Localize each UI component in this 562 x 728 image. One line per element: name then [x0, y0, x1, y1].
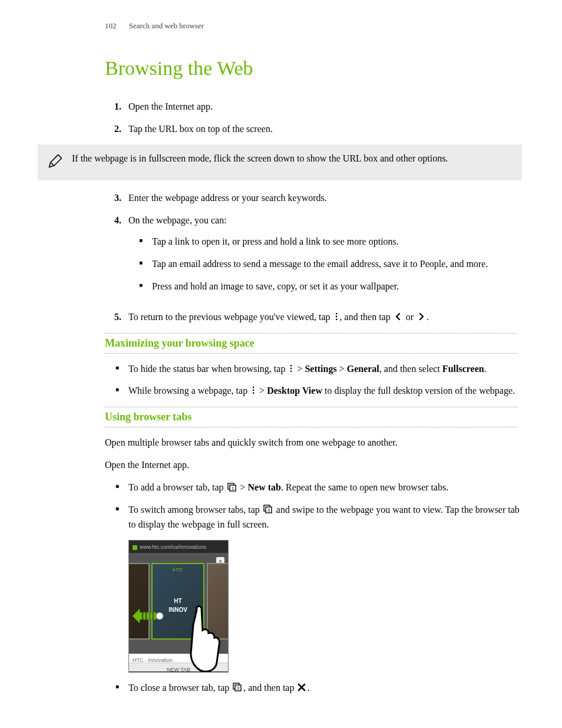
tabs-icon: 3 [233, 681, 242, 696]
svg-rect-5 [290, 371, 292, 372]
page-number: 102 [105, 21, 117, 30]
svg-rect-18 [154, 612, 156, 620]
chevron-left-icon [394, 311, 402, 325]
phone-tab-caption: HTC - Innovation [129, 654, 228, 663]
list-item: To switch among browser tabs, tap 3 and … [105, 503, 521, 532]
svg-rect-3 [290, 365, 292, 366]
brand-logo: hTC [153, 566, 203, 574]
list-item: To hide the status bar when browsing, ta… [105, 362, 521, 377]
tabs-list-2: To close a browser tab, tap 3, and then … [105, 681, 521, 696]
phone-tab-card-active: hTC HTINNOV [151, 563, 204, 640]
chevron-right-icon [417, 311, 425, 325]
bold-fullscreen: Fullscreen [442, 364, 484, 374]
steps-list-continued: 3. Enter the webpage address or your sea… [105, 191, 521, 325]
svg-text:3: 3 [237, 686, 240, 691]
step-2: 2. Tap the URL box on top of the screen. [105, 122, 521, 136]
divider [105, 427, 517, 427]
step-4: 4. On the webpage, you can: Tap a link t… [105, 213, 521, 302]
divider [105, 407, 517, 407]
paragraph: Open the Internet app. [105, 458, 521, 472]
step-text: Open the Internet app. [128, 100, 521, 114]
divider [105, 333, 517, 334]
divider [105, 353, 517, 354]
step-body: To return to the previous webpage you've… [128, 310, 521, 325]
tabs-list: To add a browser tab, tap 1 > New tab. R… [105, 480, 521, 532]
note-text: If the webpage is in fullscreen mode, fl… [72, 151, 513, 166]
paragraph: Open multiple browser tabs and quickly s… [105, 436, 521, 450]
svg-rect-7 [253, 390, 254, 391]
svg-rect-17 [150, 612, 153, 620]
step-number: 4. [105, 213, 128, 228]
phone-screenshot: www.htc.com/us/innovations × hTC HTINNOV [128, 540, 229, 673]
overflow-menu-icon [334, 311, 339, 325]
maximizing-list: To hide the status bar when browsing, ta… [105, 362, 521, 399]
list-item: To close a browser tab, tap 3, and then … [105, 681, 521, 696]
step-number: 2. [105, 122, 128, 136]
step-text: Enter the webpage address or your search… [128, 191, 521, 205]
site-icon [133, 545, 137, 550]
svg-rect-4 [290, 368, 292, 369]
subheading-maximizing: Maximizing your browsing space [105, 335, 521, 351]
step-number: 1. [105, 100, 128, 114]
bold-desktop-view: Desktop View [267, 386, 322, 396]
steps-list: 1. Open the Internet app. 2. Tap the URL… [105, 100, 521, 136]
step-lead: On the webpage, you can: [128, 215, 227, 225]
phone-tab-card [128, 563, 150, 640]
sub-bullet: Tap an email address to send a message t… [128, 257, 521, 271]
step-number: 5. [105, 310, 128, 324]
svg-rect-15 [143, 612, 146, 620]
svg-rect-0 [336, 313, 337, 314]
svg-rect-8 [253, 393, 254, 394]
bold-new-tab: New tab [248, 482, 281, 492]
tabs-icon: 3 [263, 503, 273, 518]
page-title: Browsing the Web [105, 53, 521, 83]
bold-settings: Settings [305, 364, 336, 374]
swipe-arrow-icon [131, 608, 164, 624]
step-text: Tap the URL box on top of the screen. [128, 122, 521, 136]
step-5: 5. To return to the previous webpage you… [105, 310, 521, 325]
phone-url-bar: www.htc.com/us/innovations [129, 541, 228, 554]
close-icon [297, 681, 306, 696]
pencil-icon [47, 151, 64, 173]
svg-text:3: 3 [267, 508, 270, 513]
phone-stage: × hTC HTINNOV [129, 554, 228, 654]
svg-rect-2 [336, 318, 337, 319]
bold-general: General [347, 364, 379, 374]
subheading-tabs: Using browser tabs [105, 409, 521, 425]
section-name: Search and web browser [129, 21, 204, 30]
step-body: On the webpage, you can: Tap a link to o… [128, 213, 521, 302]
overflow-menu-icon [289, 363, 293, 377]
overflow-menu-icon [251, 384, 256, 398]
svg-rect-6 [253, 387, 254, 388]
sub-bullets: Tap a link to open it, or press and hold… [128, 235, 521, 294]
tabs-icon: 1 [227, 482, 237, 496]
svg-rect-1 [336, 316, 337, 317]
svg-text:1: 1 [231, 486, 234, 491]
sub-bullet: Tap a link to open it, or press and hold… [128, 235, 521, 249]
sub-bullet: Press and hold an image to save, copy, o… [128, 279, 521, 294]
phone-tab-card [207, 563, 229, 640]
list-item: To add a browser tab, tap 1 > New tab. R… [105, 480, 521, 495]
list-item: While browsing a webpage, tap > Desktop … [105, 384, 521, 398]
svg-rect-16 [147, 612, 149, 620]
note-callout: If the webpage is in fullscreen mode, fl… [38, 144, 522, 180]
step-1: 1. Open the Internet app. [105, 100, 521, 114]
step-number: 3. [105, 191, 128, 205]
page-header: 102 Search and web browser [105, 20, 521, 32]
step-3: 3. Enter the webpage address or your sea… [105, 191, 521, 205]
svg-point-19 [156, 612, 163, 620]
